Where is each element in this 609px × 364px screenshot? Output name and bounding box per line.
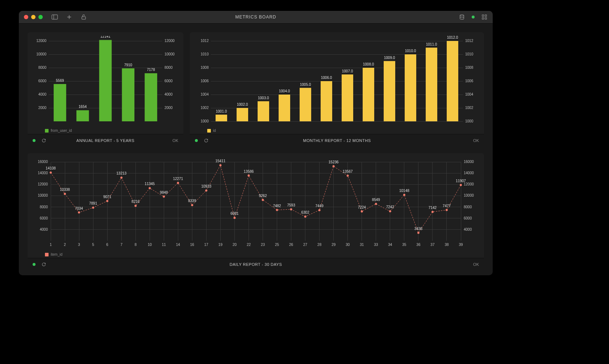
svg-point-190 xyxy=(233,217,235,219)
svg-text:12141: 12141 xyxy=(100,36,110,38)
minimize-window-button[interactable] xyxy=(31,15,36,19)
lock-open-icon[interactable] xyxy=(80,14,87,20)
refresh-button-annual[interactable] xyxy=(41,138,46,143)
svg-text:28: 28 xyxy=(317,243,322,247)
zoom-window-button[interactable] xyxy=(38,15,43,19)
status-indicator-daily xyxy=(33,263,36,266)
svg-text:11907: 11907 xyxy=(456,179,466,183)
svg-text:27: 27 xyxy=(303,243,308,247)
svg-point-192 xyxy=(247,175,250,177)
svg-text:4000: 4000 xyxy=(164,92,173,96)
close-window-button[interactable] xyxy=(24,15,28,19)
svg-text:1654: 1654 xyxy=(79,105,87,109)
svg-text:11: 11 xyxy=(162,243,166,247)
svg-text:4000: 4000 xyxy=(38,92,47,96)
panel-footer-daily: DAILY REPORT - 30 DAYS OK xyxy=(28,258,484,271)
svg-text:6302: 6302 xyxy=(301,210,309,214)
svg-point-210 xyxy=(375,203,377,205)
svg-text:33: 33 xyxy=(374,243,378,247)
svg-text:1011.0: 1011.0 xyxy=(426,42,437,46)
panel-footer-monthly: MONTHLY REPORT - 12 MONTHS OK xyxy=(190,134,484,147)
svg-text:14000: 14000 xyxy=(464,171,474,175)
top-row: 2000200040004000600060008000800010000100… xyxy=(28,32,484,147)
svg-point-172 xyxy=(106,200,108,202)
svg-text:14108: 14108 xyxy=(46,166,56,170)
svg-text:9071: 9071 xyxy=(103,195,112,199)
svg-text:1006: 1006 xyxy=(201,79,209,83)
panel-annual: 2000200040004000600060008000800010000100… xyxy=(28,32,183,147)
grid-icon[interactable] xyxy=(481,14,488,20)
add-icon[interactable] xyxy=(66,14,72,20)
svg-text:1010.0: 1010.0 xyxy=(405,49,416,53)
svg-text:12000: 12000 xyxy=(164,39,175,43)
svg-point-208 xyxy=(361,210,363,213)
svg-text:23: 23 xyxy=(261,243,265,247)
refresh-button-daily[interactable] xyxy=(41,262,46,267)
svg-text:6000: 6000 xyxy=(164,79,173,83)
svg-text:10933: 10933 xyxy=(201,184,211,188)
svg-text:10000: 10000 xyxy=(38,193,48,197)
svg-text:2000: 2000 xyxy=(38,106,47,110)
svg-rect-71 xyxy=(342,75,353,122)
svg-rect-0 xyxy=(52,15,58,19)
svg-text:30: 30 xyxy=(346,243,350,247)
svg-point-174 xyxy=(120,176,122,179)
svg-text:1003.0: 1003.0 xyxy=(258,96,269,100)
panel-title-daily: DAILY REPORT - 30 DAYS xyxy=(28,262,484,267)
svg-text:15236: 15236 xyxy=(329,160,339,164)
svg-text:10338: 10338 xyxy=(60,188,70,192)
svg-text:6000: 6000 xyxy=(40,216,48,220)
sidebar-toggle-icon[interactable] xyxy=(51,14,58,20)
svg-text:12000: 12000 xyxy=(464,182,474,186)
svg-point-164 xyxy=(50,171,52,173)
svg-text:1010: 1010 xyxy=(465,52,474,56)
svg-text:1008: 1008 xyxy=(201,66,209,70)
svg-text:13213: 13213 xyxy=(116,171,126,175)
svg-point-198 xyxy=(290,208,292,210)
svg-text:8000: 8000 xyxy=(464,205,472,209)
panel-status-daily: OK xyxy=(473,262,479,267)
svg-text:19: 19 xyxy=(218,243,223,247)
svg-text:38: 38 xyxy=(445,243,449,247)
svg-text:14000: 14000 xyxy=(38,171,48,175)
svg-point-200 xyxy=(304,216,306,218)
svg-text:8000: 8000 xyxy=(164,66,173,70)
svg-point-216 xyxy=(417,232,420,234)
svg-rect-9 xyxy=(485,18,487,19)
toolbar-right xyxy=(459,14,488,20)
svg-text:10000: 10000 xyxy=(464,193,474,197)
titlebar: METRICS BOARD xyxy=(19,11,493,24)
svg-rect-61 xyxy=(237,108,248,121)
svg-text:34: 34 xyxy=(388,243,392,247)
svg-text:12000: 12000 xyxy=(38,182,48,186)
svg-text:1000: 1000 xyxy=(465,119,474,123)
svg-text:11345: 11345 xyxy=(145,182,155,186)
svg-rect-81 xyxy=(447,41,458,121)
chart-daily: 4000400060006000800080001000010000120001… xyxy=(28,153,484,258)
database-icon[interactable] xyxy=(459,14,465,20)
legend-annual: from_user_id xyxy=(45,129,177,133)
svg-text:6000: 6000 xyxy=(38,79,47,83)
svg-text:4000: 4000 xyxy=(464,227,472,231)
svg-text:10000: 10000 xyxy=(164,52,175,56)
svg-text:13567: 13567 xyxy=(343,170,353,173)
svg-text:1001.0: 1001.0 xyxy=(216,109,227,113)
chart-monthly: 1000100010021002100410041006100610081008… xyxy=(190,32,484,134)
svg-text:1002: 1002 xyxy=(201,106,209,110)
svg-text:1000: 1000 xyxy=(201,119,209,123)
svg-text:13586: 13586 xyxy=(244,170,254,173)
svg-rect-69 xyxy=(321,81,332,121)
svg-text:6000: 6000 xyxy=(464,216,472,220)
svg-text:8216: 8216 xyxy=(132,200,140,204)
svg-text:6081: 6081 xyxy=(230,212,239,216)
refresh-button-monthly[interactable] xyxy=(204,138,209,143)
legend-daily: item_id xyxy=(45,252,477,256)
svg-text:3: 3 xyxy=(78,243,80,247)
svg-text:2: 2 xyxy=(64,243,66,247)
svg-rect-73 xyxy=(363,68,374,121)
svg-point-168 xyxy=(78,212,80,214)
panel-title-annual: ANNUAL REPORT - 5 YEARS xyxy=(28,138,183,143)
svg-text:10000: 10000 xyxy=(36,52,46,56)
panel-status-monthly: OK xyxy=(473,138,479,143)
svg-text:5: 5 xyxy=(92,243,94,247)
